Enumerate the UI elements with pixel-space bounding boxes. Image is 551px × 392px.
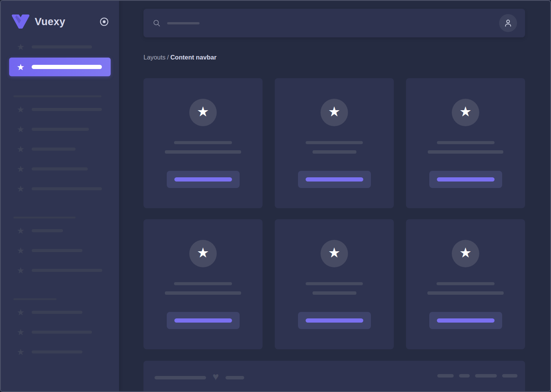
menu-pin-toggle-icon[interactable] [99,17,109,27]
card-button[interactable] [298,312,371,329]
footer-left-group: ♥ [155,374,244,381]
star-icon: ★ [16,42,25,51]
sidebar-header: Vuexy [1,1,119,30]
sidebar-item-skeleton[interactable]: ★ [16,308,119,317]
skeleton-line [174,282,232,285]
skeleton-bar [155,376,206,379]
footer-card: ♥ [143,361,525,391]
search-input[interactable] [153,19,499,27]
sidebar-item-skeleton[interactable]: ★ [16,347,119,357]
main-content: Layouts/Content navbar ★★★★★★ ♥ [119,1,550,391]
breadcrumb-current: Content navbar [170,54,216,61]
layout-demo-card: ★ [406,78,525,208]
breadcrumb: Layouts/Content navbar [143,54,525,61]
sidebar-item-skeleton[interactable]: ★ [16,266,119,275]
card-grid: ★★★★★★ [143,78,525,349]
skeleton-line [313,150,356,154]
card-button[interactable] [298,171,371,188]
card-button[interactable] [167,312,240,329]
layout-demo-card: ★ [275,219,394,349]
star-icon: ★ [16,328,25,337]
star-icon: ★ [197,239,209,267]
footer-link-bar [475,374,497,378]
layout-demo-card: ★ [275,78,394,208]
top-navbar [143,9,525,37]
card-button[interactable] [429,171,502,188]
layout-demo-card: ★ [406,219,525,349]
sidebar-item-skeleton[interactable]: ★ [16,42,119,51]
skeleton-line [427,291,504,295]
star-icon: ★ [16,226,25,235]
sidebar-item-skeleton[interactable]: ★ [16,246,119,255]
breadcrumb-parent[interactable]: Layouts [143,54,166,61]
breadcrumb-separator: / [167,54,169,61]
button-label-bar [306,318,363,323]
logo-text: Vuexy [35,16,65,28]
card-button[interactable] [429,312,502,329]
sidebar-item-skeleton[interactable]: ★ [16,164,119,174]
card-avatar: ★ [189,99,217,126]
layout-demo-card: ★ [143,78,263,208]
sidebar-item-skeleton[interactable]: ★ [16,226,119,235]
search-placeholder-bar [167,22,200,24]
sidebar: Vuexy ★★★★★★★★★★★★★ [1,1,119,391]
skeleton-bar [32,331,92,334]
star-icon: ★ [16,164,25,174]
button-label-bar [306,177,363,182]
card-button[interactable] [167,171,240,188]
sidebar-item-skeleton[interactable]: ★ [16,184,119,193]
footer-link-bar [502,374,517,378]
star-icon: ★ [459,239,472,267]
button-label-bar [437,318,495,323]
star-icon: ★ [16,308,25,317]
card-avatar: ★ [321,240,348,267]
footer-right-group [437,374,517,378]
star-icon: ★ [16,105,25,114]
skeleton-line [437,282,495,285]
button-label-bar [174,318,232,323]
skeleton-line [428,150,503,154]
skeleton-line [306,141,363,144]
sidebar-item-skeleton[interactable]: ★ [16,125,119,134]
sidebar-item-active[interactable]: ★ [9,58,111,76]
section-header-bar [13,298,56,300]
card-avatar: ★ [321,99,348,126]
vuexy-logo-icon [11,14,30,30]
sidebar-item-skeleton[interactable]: ★ [16,145,119,154]
skeleton-line [165,291,241,295]
skeleton-line [165,150,241,154]
layout-demo-card: ★ [143,219,263,349]
skeleton-bar [32,269,102,272]
section-header-bar [13,95,102,97]
skeleton-line [313,291,356,295]
star-icon: ★ [16,145,25,154]
skeleton-line [174,141,232,144]
skeleton-bar [32,187,102,190]
skeleton-bar [32,108,102,111]
skeleton-bar [32,311,82,314]
star-icon: ★ [328,239,340,267]
button-label-bar [174,177,232,182]
sidebar-item-skeleton[interactable]: ★ [16,328,119,337]
skeleton-bar [32,148,76,151]
skeleton-line [306,282,363,285]
skeleton-bar [32,45,92,48]
user-avatar[interactable] [499,14,517,32]
skeleton-bar [32,229,63,232]
button-label-bar [437,177,495,182]
skeleton-bar [32,65,102,69]
star-icon: ★ [328,98,340,125]
card-avatar: ★ [189,240,217,267]
skeleton-bar [226,376,244,379]
footer-link-bar [459,374,470,378]
skeleton-bar [32,249,82,252]
search-icon [153,19,161,27]
skeleton-bar [32,167,88,170]
sidebar-menu: ★★★★★★★★★★★★★ [1,42,119,357]
card-avatar: ★ [452,240,479,267]
sidebar-item-skeleton[interactable]: ★ [16,105,119,114]
star-icon: ★ [197,98,209,125]
star-icon: ★ [16,246,25,255]
skeleton-line [437,141,495,144]
skeleton-bar [32,128,89,131]
